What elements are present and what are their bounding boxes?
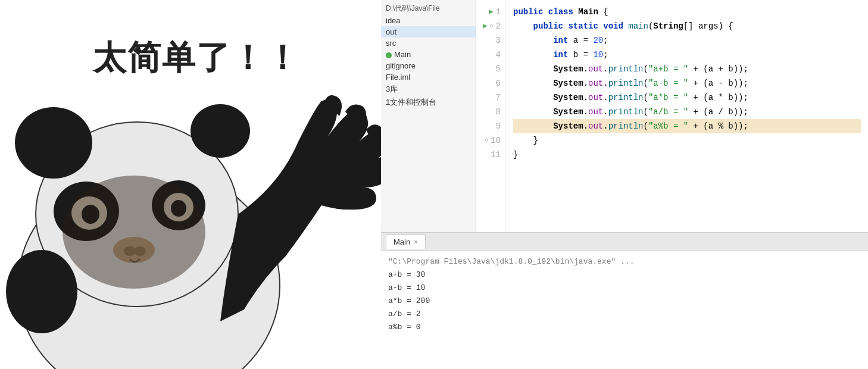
terminal-output-1: a+b = 30 [388,268,861,282]
terminal-content: "C:\Program Files\Java\jdk1.8.0_192\bin\… [381,251,868,369]
run-arrow-2[interactable]: ▶ [483,19,487,33]
terminal-output-2: a-b = 10 [388,282,861,295]
terminal-panel: Main × "C:\Program Files\Java\jdk1.8.0_1… [381,232,868,369]
terminal-cmd-line: "C:\Program Files\Java\jdk1.8.0_192\bin\… [388,255,861,268]
code-line-2: public static void main(String[] args) { [513,19,861,33]
file-tree-iml[interactable]: File.iml [381,71,476,83]
code-line-5: System.out.println("a+b = " + (a + b)); [513,62,861,76]
code-line-8: System.out.println("a/b = " + (a / b)); [513,105,861,119]
line-num-5: 5 [479,62,501,76]
terminal-tab-main[interactable]: Main × [386,234,426,249]
file-tree-lib[interactable]: 3库 [381,83,476,96]
file-tree-idea[interactable]: idea [381,15,476,26]
file-tree-console[interactable]: 1文件和控制台 [381,96,476,109]
terminal-output-4: a/b = 2 [388,308,861,321]
code-content: ▶1 ▶◇2 3 4 5 6 7 8 9 ◇10 11 public class… [476,0,868,232]
meme-text: 太简单了！！ [93,36,300,81]
line-num-8: 8 [479,105,501,119]
terminal-tabs: Main × [381,233,868,251]
code-line-10: } [513,133,861,148]
close-icon[interactable]: × [414,238,417,245]
line-num-10: ◇10 [479,133,501,148]
file-tree-out[interactable]: out [381,26,476,37]
panda-svg [0,95,381,369]
bookmark-icon-2: ◇ [490,19,494,33]
code-lines: public class Main { public static void m… [506,0,868,232]
line-num-9: 9 [479,119,501,133]
svg-point-13 [63,176,205,289]
file-tree-path: D:\代码\Java\File [381,2,476,15]
code-line-9: System.out.println("a%b = " + (a % b)); [513,119,861,133]
line-num-7: 7 [479,90,501,105]
svg-point-14 [6,250,77,333]
run-arrow-1[interactable]: ▶ [489,5,493,19]
java-dot-icon [386,52,392,58]
line-numbers: ▶1 ▶◇2 3 4 5 6 7 8 9 ◇10 11 [476,0,506,232]
meme-image [0,95,381,369]
code-line-11: } [513,148,861,162]
code-line-6: System.out.println("a-b = " + (a - b)); [513,76,861,90]
file-tree-gitignore[interactable]: gitignore [381,60,476,71]
svg-point-3 [191,104,250,158]
line-num-3: 3 [479,33,501,48]
file-tree-src[interactable]: src [381,37,476,49]
code-line-4: int b = 10; [513,48,861,62]
line-num-4: 4 [479,48,501,62]
code-line-3: int a = 20; [513,33,861,48]
ide-top: D:\代码\Java\File idea out src Main gitign… [381,0,868,232]
line-num-6: 6 [479,76,501,90]
terminal-output-5: a%b = 0 [388,321,861,334]
file-tree[interactable]: D:\代码\Java\File idea out src Main gitign… [381,0,476,232]
terminal-tab-label: Main [394,237,410,246]
bookmark-icon-10: ◇ [485,133,488,148]
ide-panel: D:\代码\Java\File idea out src Main gitign… [381,0,868,369]
code-editor: ▶1 ▶◇2 3 4 5 6 7 8 9 ◇10 11 public class… [476,0,868,232]
code-line-7: System.out.println("a*b = " + (a * b)); [513,90,861,105]
file-tree-main[interactable]: Main [381,49,476,60]
line-num-11: 11 [479,148,501,162]
line-num-1: ▶1 [479,5,501,19]
terminal-output-3: a*b = 200 [388,295,861,308]
code-line-1: public class Main { [513,5,861,19]
svg-point-2 [15,107,92,179]
line-num-2: ▶◇2 [479,19,501,33]
meme-panel: 太简单了！！ [0,0,381,369]
